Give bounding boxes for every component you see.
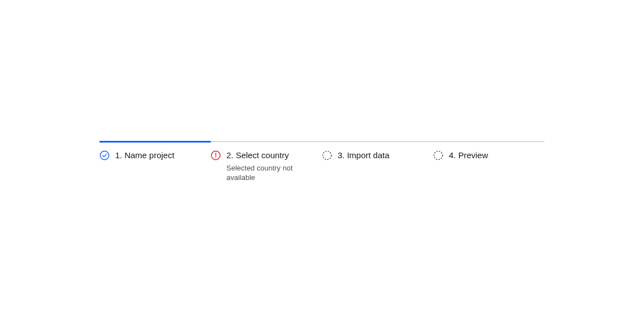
step-list: 1. Name project 2. Select country Select… [100, 142, 544, 182]
step-sublabel: Selected country not available [226, 163, 322, 182]
svg-point-5 [434, 151, 442, 159]
checkmark-circle-icon [100, 150, 110, 160]
svg-point-4 [323, 151, 331, 159]
step-select-country[interactable]: 2. Select country Selected country not a… [211, 150, 322, 182]
step-label: 1. Name project [115, 150, 174, 161]
dashed-circle-icon [433, 150, 443, 160]
step-name-project[interactable]: 1. Name project [100, 150, 211, 182]
dashed-circle-icon [322, 150, 332, 160]
step-preview[interactable]: 4. Preview [433, 150, 544, 182]
step-label: 2. Select country [226, 150, 322, 161]
progress-stepper: 1. Name project 2. Select country Select… [100, 141, 544, 182]
progress-track [100, 141, 544, 142]
step-label: 4. Preview [449, 150, 488, 161]
warning-circle-icon [211, 150, 221, 160]
svg-point-3 [215, 157, 216, 158]
svg-point-0 [100, 151, 109, 160]
step-label: 3. Import data [338, 150, 390, 161]
progress-fill [100, 141, 211, 143]
step-import-data[interactable]: 3. Import data [322, 150, 433, 182]
